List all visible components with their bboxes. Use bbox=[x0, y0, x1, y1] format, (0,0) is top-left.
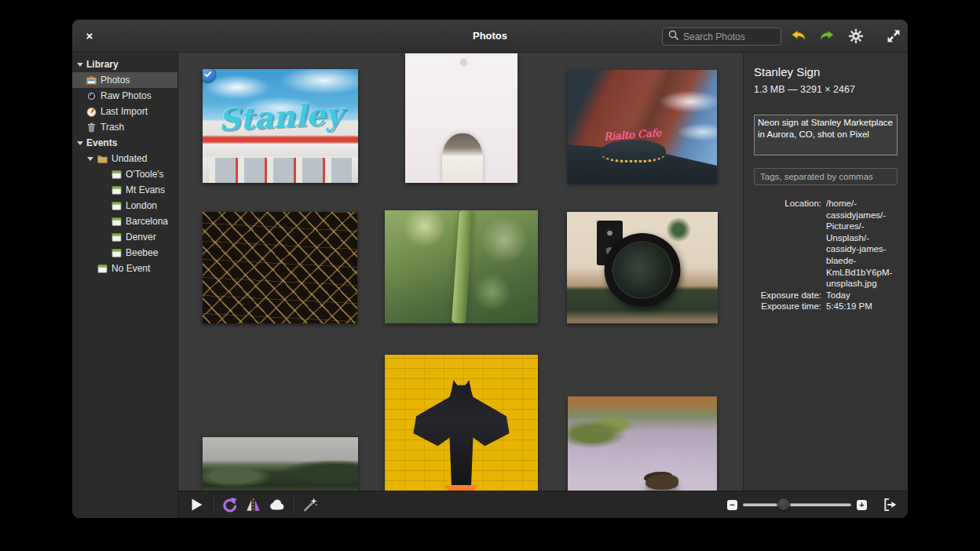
sidebar-item-label: No Event bbox=[112, 263, 150, 274]
sidebar-item-label: Mt Evans bbox=[126, 184, 165, 195]
selection-check-badge[interactable] bbox=[203, 69, 216, 82]
location-row: Location: /home/- cassidyjames/- Picture… bbox=[754, 198, 898, 290]
sidebar-item-mt-evans[interactable]: Mt Evans bbox=[72, 182, 177, 198]
event-icon bbox=[111, 184, 122, 196]
play-icon bbox=[187, 495, 206, 514]
exposure-date-row: Exposure date: Today bbox=[754, 290, 898, 301]
flip-icon bbox=[244, 496, 262, 514]
location-label: Location: bbox=[754, 198, 821, 290]
undo-button[interactable] bbox=[789, 27, 808, 46]
photo-grid: Stanley Rialto Cafe bbox=[178, 53, 743, 491]
sidebar-item-no-event[interactable]: No Event bbox=[72, 261, 177, 276]
photo-thumbnail-forest[interactable] bbox=[203, 437, 358, 491]
sidebar-item-photos[interactable]: Photos bbox=[72, 72, 177, 88]
photo-thumbnail-lego-batman[interactable] bbox=[385, 355, 538, 491]
undo-icon bbox=[790, 27, 807, 45]
photos-icon bbox=[86, 75, 97, 86]
exposure-time-row: Exposure time: 5:45:19 PM bbox=[754, 301, 898, 312]
toolbar-separator bbox=[212, 496, 214, 513]
export-button[interactable] bbox=[879, 494, 900, 515]
search-icon bbox=[667, 29, 679, 44]
event-icon bbox=[97, 263, 108, 275]
slideshow-button[interactable] bbox=[185, 494, 208, 516]
zoom-in-button[interactable]: + bbox=[857, 500, 867, 510]
rotate-icon bbox=[221, 496, 239, 514]
sidebar-item-london[interactable]: London bbox=[72, 198, 177, 213]
sidebar-item-label: Photos bbox=[101, 75, 130, 86]
rotate-button[interactable] bbox=[218, 494, 241, 516]
photo-title: Stanley Sign bbox=[754, 65, 898, 78]
library-section-label: Library bbox=[86, 59, 119, 70]
fullscreen-icon bbox=[886, 28, 901, 44]
headerbar: × Photos bbox=[72, 20, 908, 53]
sidebar-item-label: Barcelona bbox=[126, 216, 168, 227]
photo-size-dimensions: 1.3 MB — 3291 × 2467 bbox=[754, 84, 898, 95]
sidebar-item-label: O'Toole's bbox=[126, 169, 164, 180]
last-import-clock-icon bbox=[86, 106, 97, 118]
disclosure-triangle-icon[interactable] bbox=[77, 63, 83, 67]
sidebar-section-library[interactable]: Library bbox=[72, 57, 177, 72]
exposure-time-value: 5:45:19 PM bbox=[826, 301, 898, 312]
zoom-out-button[interactable]: − bbox=[727, 500, 737, 510]
photo-thumbnail-cat[interactable] bbox=[405, 53, 517, 183]
sidebar-item-beebee[interactable]: Beebee bbox=[72, 245, 177, 261]
close-button[interactable]: × bbox=[82, 27, 97, 45]
event-icon bbox=[111, 232, 122, 243]
zoom-controls: − + bbox=[727, 494, 900, 515]
zoom-slider[interactable] bbox=[743, 498, 851, 512]
sidebar-item-undated[interactable]: Undated bbox=[72, 151, 177, 166]
publish-button[interactable] bbox=[265, 494, 288, 516]
photo-thumbnail-duck[interactable] bbox=[568, 396, 717, 491]
photo-tags-input[interactable] bbox=[754, 168, 898, 185]
exit-arrow-icon bbox=[881, 496, 898, 513]
photo-thumbnail-stanley-sign[interactable]: Stanley bbox=[203, 69, 358, 183]
window-title: Photos bbox=[72, 20, 908, 53]
toolbar-separator bbox=[292, 496, 294, 513]
photo-thumbnail-tele-lens[interactable] bbox=[567, 212, 718, 323]
bottom-toolbar: − + bbox=[178, 491, 908, 518]
gear-icon bbox=[847, 27, 865, 45]
fullscreen-button[interactable] bbox=[884, 27, 903, 46]
redo-button[interactable] bbox=[817, 27, 836, 46]
sidebar-item-label: Last Import bbox=[101, 106, 148, 117]
event-icon bbox=[111, 200, 122, 212]
photo-description-field[interactable]: Neon sign at Stanley Marketplace in Auro… bbox=[754, 115, 898, 155]
event-icon bbox=[111, 247, 122, 259]
zoom-slider-handle[interactable] bbox=[777, 498, 791, 511]
photo-info-panel: Stanley Sign 1.3 MB — 3291 × 2467 Neon s… bbox=[743, 53, 908, 491]
sidebar-item-barcelona[interactable]: Barcelona bbox=[72, 213, 177, 229]
sidebar-item-otooles[interactable]: O'Toole's bbox=[72, 166, 177, 182]
settings-button[interactable] bbox=[847, 27, 865, 46]
photos-app-window: × Photos bbox=[72, 20, 908, 518]
sidebar-item-raw-photos[interactable]: Raw Photos bbox=[72, 88, 177, 104]
sidebar-item-denver[interactable]: Denver bbox=[72, 229, 177, 245]
event-icon bbox=[111, 169, 122, 181]
rialto-cafe-neon-text: Rialto Cafe bbox=[603, 126, 661, 142]
sidebar: Library Photos bbox=[72, 53, 178, 518]
photo-thumbnail-circuit-board[interactable] bbox=[203, 212, 357, 323]
sidebar-item-label: Raw Photos bbox=[101, 90, 152, 101]
photo-thumbnail-succulent[interactable] bbox=[385, 210, 538, 323]
disclosure-triangle-icon[interactable] bbox=[87, 157, 93, 161]
flip-button[interactable] bbox=[241, 494, 265, 516]
redo-icon bbox=[818, 27, 836, 45]
cloud-icon bbox=[266, 495, 287, 514]
check-icon bbox=[203, 69, 213, 79]
search-input[interactable] bbox=[683, 31, 776, 42]
event-icon bbox=[111, 216, 122, 228]
trash-icon bbox=[86, 122, 97, 133]
folder-icon bbox=[97, 153, 108, 165]
exposure-time-label: Exposure time: bbox=[754, 301, 821, 312]
zoom-slider-track[interactable] bbox=[743, 503, 851, 506]
magic-wand-icon bbox=[301, 496, 319, 514]
sidebar-item-label: Denver bbox=[126, 232, 156, 243]
search-entry[interactable] bbox=[662, 27, 781, 46]
photo-thumbnail-rialto-cafe[interactable]: Rialto Cafe bbox=[568, 70, 717, 183]
sidebar-section-events[interactable]: Events bbox=[72, 135, 177, 151]
sidebar-item-last-import[interactable]: Last Import bbox=[72, 104, 177, 119]
enhance-button[interactable] bbox=[298, 494, 321, 516]
disclosure-triangle-icon[interactable] bbox=[77, 141, 83, 145]
sidebar-item-trash[interactable]: Trash bbox=[72, 119, 177, 135]
stanley-neon-sign-text: Stanley bbox=[203, 95, 358, 138]
exposure-date-value: Today bbox=[826, 290, 898, 301]
